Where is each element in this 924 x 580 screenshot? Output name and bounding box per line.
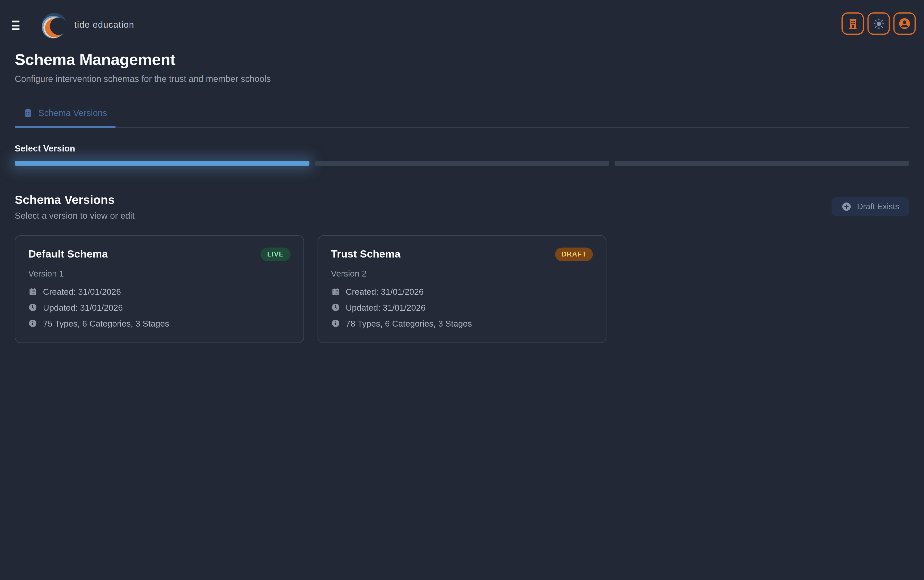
wizard-step-3[interactable] [615, 161, 909, 165]
section-header: Schema Versions Select a version to view… [15, 193, 909, 220]
brand-name: tide education [74, 19, 134, 29]
wizard-progress [15, 161, 909, 165]
tab-bar: Schema Versions [15, 101, 909, 128]
wizard-step-1[interactable] [15, 161, 309, 165]
stats-text: 78 Types, 6 Categories, 3 Stages [346, 319, 472, 328]
sun-icon [872, 18, 885, 30]
user-icon [898, 17, 911, 30]
account-button[interactable] [893, 12, 916, 35]
info-icon [28, 319, 37, 328]
schema-card-default[interactable]: Default Schema LIVE Version 1 [15, 235, 304, 343]
updated-row: Updated: 31/01/2026 [28, 303, 290, 312]
created-text: Created: 31/01/2026 [346, 287, 424, 296]
schema-card-trust[interactable]: Trust Schema DRAFT Version 2 [317, 235, 607, 343]
stats-row: 78 Types, 6 Categories, 3 Stages [331, 319, 593, 328]
top-bar: tide education [0, 0, 924, 47]
stats-row: 75 Types, 6 Categories, 3 Stages [28, 319, 290, 328]
updated-row: Updated: 31/01/2026 [331, 303, 593, 312]
card-version: Version 1 [28, 269, 290, 278]
stats-text: 75 Types, 6 Categories, 3 Stages [43, 319, 169, 328]
empty-grid-cell [620, 235, 909, 343]
status-badge: DRAFT [555, 247, 593, 261]
draft-exists-label: Draft Exists [857, 201, 899, 211]
created-text: Created: 31/01/2026 [43, 287, 121, 296]
card-version: Version 2 [331, 269, 593, 278]
wizard-step-2[interactable] [315, 161, 609, 165]
clock-icon [331, 303, 340, 312]
tab-label: Schema Versions [38, 108, 107, 118]
info-icon [331, 319, 340, 328]
wizard-label: Select Version [15, 143, 909, 153]
page-subtitle: Configure intervention schemas for the t… [15, 74, 909, 84]
tide-logo-icon [41, 12, 69, 41]
header-actions [842, 12, 916, 35]
card-title: Trust Schema [331, 248, 401, 260]
menu-icon[interactable] [12, 18, 26, 32]
section-subtitle: Select a version to view or edit [15, 210, 135, 220]
card-title: Default Schema [28, 248, 108, 260]
school-button[interactable] [842, 12, 864, 35]
created-row: Created: 31/01/2026 [28, 287, 290, 296]
clipboard-icon [23, 108, 33, 118]
page-title: Schema Management [15, 51, 909, 69]
building-icon [847, 18, 859, 30]
updated-text: Updated: 31/01/2026 [43, 303, 123, 312]
created-row: Created: 31/01/2026 [331, 287, 593, 296]
theme-toggle-button[interactable] [868, 12, 890, 35]
schema-version-cards: Default Schema LIVE Version 1 [15, 235, 909, 343]
status-badge: LIVE [261, 247, 290, 261]
clock-icon [28, 303, 37, 312]
calendar-icon [331, 287, 340, 296]
updated-text: Updated: 31/01/2026 [346, 303, 426, 312]
tab-schema-versions[interactable]: Schema Versions [15, 101, 115, 128]
draft-exists-button[interactable]: Draft Exists [832, 197, 909, 216]
calendar-icon [28, 287, 37, 296]
section-title: Schema Versions [15, 193, 135, 207]
brand-logo: tide education [41, 6, 134, 41]
main-content: Schema Management Configure intervention… [0, 51, 924, 343]
plus-circle-icon [842, 201, 852, 211]
app-viewport: tide education [0, 0, 924, 580]
